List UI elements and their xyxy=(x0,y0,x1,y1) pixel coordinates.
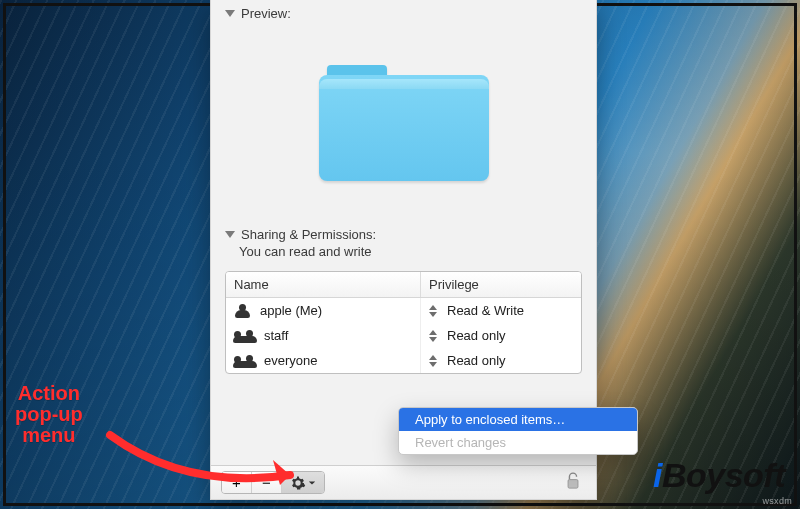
privilege-value: Read only xyxy=(447,353,506,368)
svg-rect-0 xyxy=(568,479,578,488)
user-name: everyone xyxy=(264,353,317,368)
row-name: staff xyxy=(226,323,421,348)
stepper-arrows-icon[interactable] xyxy=(429,355,437,367)
sharing-label: Sharing & Permissions: xyxy=(241,227,376,242)
privilege-value: Read only xyxy=(447,328,506,343)
sharing-summary: You can read and write xyxy=(211,242,596,267)
watermark: iBoysoft xyxy=(653,456,785,495)
group-icon xyxy=(234,329,256,343)
preview-label: Preview: xyxy=(241,6,291,21)
col-privilege[interactable]: Privilege xyxy=(421,272,581,297)
preview-area xyxy=(211,21,596,221)
annotation-line: menu xyxy=(15,425,83,446)
lock-icon[interactable] xyxy=(564,471,582,495)
stepper-arrows-icon[interactable] xyxy=(429,330,437,342)
menu-item-revert-changes: Revert changes xyxy=(399,431,637,454)
corner-text: wsxdm xyxy=(762,496,792,506)
row-name: everyone xyxy=(226,348,421,373)
permissions-table: Name Privilege apple (Me) Read & Write s… xyxy=(225,271,582,374)
action-popup-menu: Apply to enclosed items… Revert changes xyxy=(398,407,638,455)
annotation-label: Action pop-up menu xyxy=(15,383,83,446)
row-privilege[interactable]: Read only xyxy=(421,323,581,348)
table-row[interactable]: everyone Read only xyxy=(226,348,581,373)
privilege-value: Read & Write xyxy=(447,303,524,318)
table-row[interactable]: staff Read only xyxy=(226,323,581,348)
preview-section-header[interactable]: Preview: xyxy=(211,0,596,21)
folder-icon xyxy=(319,61,489,181)
menu-item-apply-enclosed[interactable]: Apply to enclosed items… xyxy=(399,408,637,431)
annotation-line: pop-up xyxy=(15,404,83,425)
row-privilege[interactable]: Read only xyxy=(421,348,581,373)
annotation-arrow-icon xyxy=(105,405,325,495)
watermark-rest: Boysoft xyxy=(662,456,785,494)
watermark-i: i xyxy=(653,456,662,494)
stage: Preview: Sharing & Permissions: You can … xyxy=(0,0,800,509)
row-name: apple (Me) xyxy=(226,298,421,323)
disclosure-triangle-icon[interactable] xyxy=(225,231,235,238)
group-icon xyxy=(234,354,256,368)
sharing-section-header[interactable]: Sharing & Permissions: xyxy=(211,221,596,242)
col-name[interactable]: Name xyxy=(226,272,421,297)
user-name: apple (Me) xyxy=(260,303,322,318)
stepper-arrows-icon[interactable] xyxy=(429,305,437,317)
table-row[interactable]: apple (Me) Read & Write xyxy=(226,298,581,323)
person-icon xyxy=(234,304,252,318)
table-header: Name Privilege xyxy=(226,272,581,298)
disclosure-triangle-icon[interactable] xyxy=(225,10,235,17)
user-name: staff xyxy=(264,328,288,343)
row-privilege[interactable]: Read & Write xyxy=(421,298,581,323)
annotation-line: Action xyxy=(15,383,83,404)
